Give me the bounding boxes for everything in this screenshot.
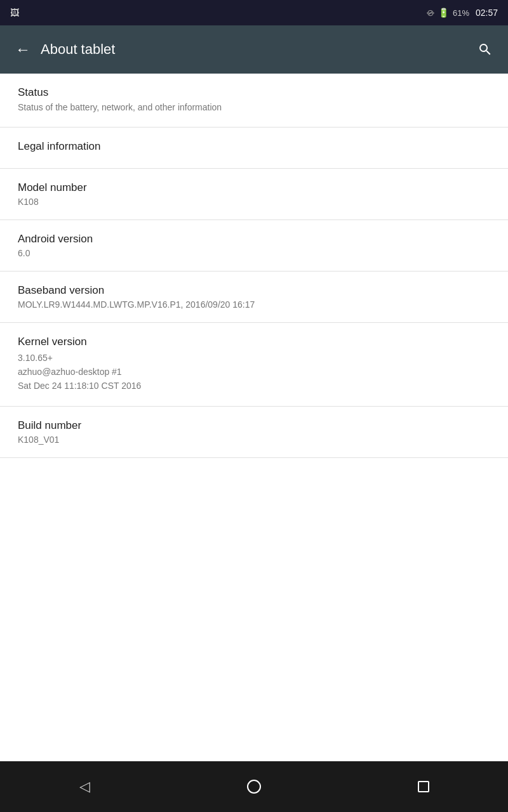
nav-bar: ◁: [0, 761, 508, 812]
battery-icon: 🔋: [438, 8, 449, 18]
build-title: Build number: [18, 419, 490, 432]
model-title: Model number: [18, 181, 490, 194]
legal-title: Legal information: [18, 140, 490, 153]
android-title: Android version: [18, 233, 490, 246]
status-title: Status: [18, 86, 490, 99]
model-value: K108: [18, 197, 490, 207]
nav-recent-icon: [418, 781, 429, 792]
status-bar: 🖼 ⊘ 🔋 61% 02:57: [0, 0, 508, 25]
nav-back-icon: ◁: [79, 778, 90, 795]
app-bar: ← About tablet: [0, 25, 508, 74]
settings-content: Status Status of the battery, network, a…: [0, 74, 508, 761]
kernel-title: Kernel version: [18, 336, 490, 348]
status-bar-left: 🖼: [10, 8, 427, 18]
back-button[interactable]: ←: [10, 36, 36, 63]
nav-back-button[interactable]: ◁: [65, 768, 104, 806]
nav-recent-button[interactable]: [404, 768, 443, 806]
back-arrow-icon: ←: [15, 41, 30, 58]
settings-item-legal[interactable]: Legal information: [0, 128, 508, 169]
nav-home-button[interactable]: [235, 768, 273, 806]
settings-item-model[interactable]: Model number K108: [0, 169, 508, 220]
sim-muted-icon: ⊘: [427, 8, 434, 18]
settings-item-baseband[interactable]: Baseband version MOLY.LR9.W1444.MD.LWTG.…: [0, 272, 508, 323]
settings-item-status[interactable]: Status Status of the battery, network, a…: [0, 74, 508, 128]
settings-item-build[interactable]: Build number K108_V01: [0, 407, 508, 458]
build-value: K108_V01: [18, 435, 490, 445]
battery-level: 61%: [453, 8, 469, 18]
search-button[interactable]: [472, 37, 498, 62]
kernel-value: 3.10.65+ azhuo@azhuo-desktop #1 Sat Dec …: [18, 351, 490, 393]
search-icon: [478, 42, 493, 57]
baseband-value: MOLY.LR9.W1444.MD.LWTG.MP.V16.P1, 2016/0…: [18, 299, 490, 310]
nav-home-icon: [247, 780, 261, 794]
android-value: 6.0: [18, 248, 490, 258]
settings-item-kernel[interactable]: Kernel version 3.10.65+ azhuo@azhuo-desk…: [0, 323, 508, 407]
baseband-title: Baseband version: [18, 284, 490, 297]
status-subtitle: Status of the battery, network, and othe…: [18, 102, 490, 114]
photo-icon: 🖼: [10, 8, 19, 18]
page-title: About tablet: [41, 41, 472, 58]
status-bar-right: ⊘ 🔋 61% 02:57: [427, 8, 498, 18]
clock: 02:57: [476, 8, 498, 18]
settings-item-android[interactable]: Android version 6.0: [0, 220, 508, 272]
